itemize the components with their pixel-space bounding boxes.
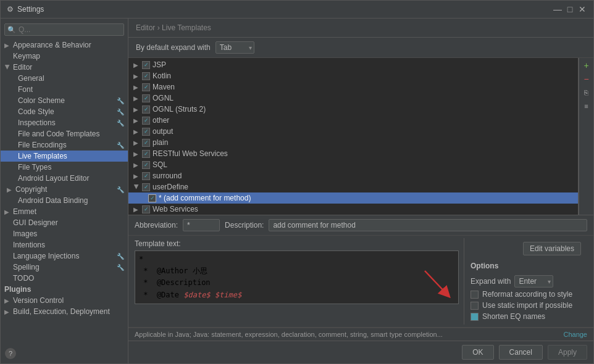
- sidebar-item-build-exec[interactable]: ▶ Build, Execution, Deployment: [1, 306, 128, 317]
- template-group-maven[interactable]: ▶ Maven: [128, 81, 578, 93]
- search-box[interactable]: 🔍: [4, 23, 124, 36]
- group-label: RESTful Web Services: [153, 149, 228, 158]
- template-group-other[interactable]: ▶ other: [128, 115, 578, 126]
- reformat-checkbox[interactable]: [471, 291, 479, 299]
- description-input[interactable]: [269, 219, 587, 231]
- sidebar-item-font[interactable]: Font: [1, 84, 128, 95]
- group-checkbox-plain[interactable]: [142, 139, 150, 147]
- badge-icon: 🔧: [117, 142, 124, 149]
- sidebar-item-keymap[interactable]: Keymap: [1, 51, 128, 62]
- template-item-add-comment[interactable]: * (add comment for method): [128, 192, 578, 204]
- item-checkbox-add-comment[interactable]: [148, 194, 156, 202]
- edit-variables-button[interactable]: Edit variables: [523, 242, 581, 255]
- sidebar-item-todo[interactable]: TODO: [1, 273, 128, 284]
- group-checkbox-jsp[interactable]: [142, 61, 150, 69]
- group-label: OGNL (Struts 2): [153, 105, 206, 114]
- abbreviation-input[interactable]: [183, 219, 220, 231]
- template-group-sql[interactable]: ▶ SQL: [128, 159, 578, 170]
- template-group-restful[interactable]: ▶ RESTful Web Services: [128, 148, 578, 159]
- group-checkbox-ognl[interactable]: [142, 94, 150, 102]
- shorten-eq-checkbox[interactable]: [471, 313, 479, 321]
- sidebar-item-images[interactable]: Images: [1, 228, 128, 239]
- expand-select-wrapper: Tab Enter Space: [215, 41, 254, 54]
- change-link[interactable]: Change: [563, 331, 587, 338]
- help-button[interactable]: ?: [5, 348, 16, 359]
- group-checkbox-surround[interactable]: [142, 172, 150, 180]
- template-group-webservices[interactable]: ▶ Web Services: [128, 204, 578, 215]
- sidebar-item-android-layout-editor[interactable]: Android Layout Editor: [1, 173, 128, 184]
- sidebar-item-file-encodings[interactable]: File Encodings 🔧: [1, 139, 128, 151]
- right-panel: Editor › Live Templates By default expan…: [128, 19, 593, 363]
- template-group-kotlin[interactable]: ▶ Kotlin: [128, 70, 578, 81]
- sidebar-item-label: Font: [18, 85, 33, 94]
- group-checkbox-sql[interactable]: [142, 161, 150, 169]
- sidebar-item-label: Android Layout Editor: [18, 174, 89, 183]
- sidebar-item-label: General: [18, 74, 44, 83]
- template-group-output[interactable]: ▶ output: [128, 126, 578, 137]
- abbrev-row: Abbreviation: Description:: [128, 215, 593, 236]
- sidebar-item-label: Images: [13, 230, 37, 238]
- group-checkbox-output[interactable]: [142, 128, 150, 136]
- template-group-ognl[interactable]: ▶ OGNL: [128, 93, 578, 104]
- sidebar-item-intentions[interactable]: Intentions: [1, 239, 128, 250]
- sidebar-item-editor[interactable]: ▶ Editor: [1, 62, 128, 73]
- sidebar-item-file-types[interactable]: File Types: [1, 162, 128, 173]
- sidebar-item-version-control[interactable]: ▶ Version Control: [1, 295, 128, 306]
- group-checkbox-userdefine[interactable]: [142, 183, 150, 191]
- apply-button[interactable]: Apply: [548, 345, 587, 360]
- add-template-button[interactable]: +: [580, 59, 593, 72]
- template-group-plain[interactable]: ▶ plain: [128, 137, 578, 148]
- expand-with-select[interactable]: Tab Enter Space: [215, 41, 254, 54]
- template-area: ▶ JSP ▶ Kotlin ▶: [128, 58, 593, 215]
- copy-template-button[interactable]: ⎘: [580, 86, 593, 99]
- ok-button[interactable]: OK: [462, 345, 493, 360]
- group-checkbox-other[interactable]: [142, 117, 150, 125]
- sidebar-item-general[interactable]: General: [1, 73, 128, 84]
- group-checkbox-kotlin[interactable]: [142, 72, 150, 80]
- sidebar-item-file-code-templates[interactable]: File and Code Templates: [1, 128, 128, 139]
- chevron-icon: ▶: [4, 308, 10, 315]
- sidebar-item-live-templates[interactable]: Live Templates: [1, 151, 128, 162]
- template-group-jsp[interactable]: ▶ JSP: [128, 59, 578, 70]
- group-checkbox-restful[interactable]: [142, 150, 150, 158]
- template-editor-body[interactable]: * * @Author 小思 * @Description * @Date $d…: [135, 250, 459, 304]
- chevron-icon: ▶: [4, 297, 10, 304]
- remove-template-button[interactable]: −: [580, 73, 593, 85]
- chevron-icon: ▶: [133, 184, 140, 190]
- template-group-surround[interactable]: ▶ surround: [128, 170, 578, 181]
- sidebar-item-android-data-binding[interactable]: Android Data Binding: [1, 195, 128, 206]
- sidebar-item-language-injections[interactable]: Language Injections 🔧: [1, 250, 128, 262]
- search-input[interactable]: [19, 25, 121, 34]
- sidebar-item-label: TODO: [13, 274, 34, 283]
- maximize-button[interactable]: □: [565, 4, 575, 14]
- template-group-userdefine[interactable]: ▶ userDefine: [128, 181, 578, 192]
- sidebar-item-appearance[interactable]: ▶ Appearance & Behavior: [1, 39, 128, 51]
- edit-vars-row: Edit variables: [471, 242, 581, 255]
- cancel-button[interactable]: Cancel: [499, 345, 543, 360]
- reformat-label: Reformat according to style: [482, 290, 572, 299]
- sidebar-item-inspections[interactable]: Inspections 🔧: [1, 117, 128, 128]
- static-import-checkbox[interactable]: [471, 302, 479, 310]
- group-label: SQL: [153, 160, 167, 169]
- group-label: Web Services: [153, 205, 198, 213]
- move-up-button[interactable]: ≡: [580, 100, 593, 112]
- sidebar-item-color-scheme[interactable]: Color Scheme 🔧: [1, 95, 128, 106]
- group-checkbox-webservices[interactable]: [142, 205, 150, 213]
- sidebar-item-label: GUI Designer: [13, 218, 58, 227]
- group-checkbox-maven[interactable]: [142, 83, 150, 91]
- sidebar-item-label: Copyright: [15, 185, 47, 194]
- group-checkbox-ognl-struts2[interactable]: [142, 105, 150, 114]
- minimize-button[interactable]: —: [553, 4, 563, 14]
- sidebar-item-code-style[interactable]: Code Style 🔧: [1, 106, 128, 117]
- title-bar-left: ⚙ Settings: [7, 5, 44, 14]
- template-group-ognl-struts2[interactable]: ▶ OGNL (Struts 2): [128, 104, 578, 115]
- options-expand-select[interactable]: Enter Tab Space: [514, 275, 553, 287]
- sidebar-item-copyright[interactable]: ▶ Copyright 🔧: [1, 184, 128, 195]
- sidebar-item-spelling[interactable]: Spelling 🔧: [1, 262, 128, 273]
- chevron-icon: ▶: [133, 84, 140, 91]
- sidebar-item-emmet[interactable]: ▶ Emmet: [1, 206, 128, 217]
- chevron-icon: ▶: [133, 162, 140, 168]
- close-button[interactable]: ✕: [577, 4, 587, 14]
- sidebar-item-gui-designer[interactable]: GUI Designer: [1, 217, 128, 228]
- sidebar-item-plugins[interactable]: Plugins: [1, 284, 128, 295]
